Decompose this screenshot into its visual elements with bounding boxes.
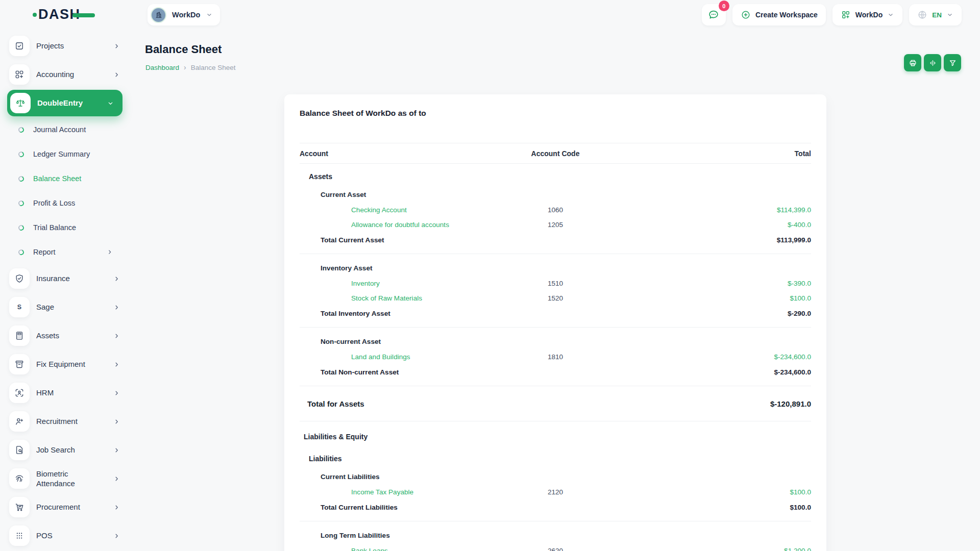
account-name-link[interactable]: Checking Account: [351, 206, 407, 214]
sidebar-item-procurement[interactable]: Procurement: [0, 493, 131, 521]
logo-dash: [72, 13, 95, 17]
job-search-icon: [9, 440, 30, 460]
row-divider: [300, 327, 811, 328]
chevron-right-icon: [113, 418, 120, 425]
subtotal-row-total-current-liabilities: Total Current Liabilities$100.0: [300, 499, 811, 515]
sidebar-item-doubleentry[interactable]: DoubleEntry: [7, 90, 122, 116]
sidebar-item-label: HRM: [36, 388, 94, 398]
plus-circle-icon: [741, 10, 751, 20]
workspace-menu-label: WorkDo: [855, 11, 883, 19]
projects-icon: [14, 41, 24, 51]
subtotal-row-total-inventory-asset: Total Inventory Asset$-290.0: [300, 306, 811, 321]
workspace-name: WorkDo: [172, 11, 200, 19]
row-label: Long Term Liabilities: [321, 532, 390, 539]
toggle-columns-button[interactable]: [924, 54, 941, 71]
account-code-cell: 1205: [504, 221, 606, 229]
total-cell: $113,999.0: [606, 236, 811, 244]
row-divider: [300, 386, 811, 386]
topbar: DASH WorkDo 0 Create Workspace WorkDo EN: [0, 0, 980, 30]
chevron-down-icon: [206, 11, 213, 18]
sidebar-item-sage[interactable]: SSage: [0, 293, 131, 321]
messages-button[interactable]: 0: [702, 4, 726, 26]
print-button[interactable]: [904, 54, 921, 71]
account-code-cell: 1060: [504, 206, 606, 214]
chevron-down-icon: [946, 11, 953, 18]
chevron-down-icon: [887, 11, 894, 18]
row-divider: [300, 521, 811, 521]
chevron-right-icon: [113, 446, 120, 454]
create-workspace-button[interactable]: Create Workspace: [732, 4, 826, 26]
sidebar-item-label: Insurance: [36, 273, 94, 284]
chevron-right-icon: [113, 532, 120, 540]
workspace-selector[interactable]: WorkDo: [148, 4, 220, 26]
sidebar-item-recruitment[interactable]: Recruitment: [0, 407, 131, 436]
chevron-right-icon: [113, 532, 120, 540]
sidebar-item-projects[interactable]: Projects: [0, 32, 131, 60]
sidebar-item-hrm[interactable]: HRM: [0, 379, 131, 407]
row-label: Total Non-current Asset: [321, 368, 399, 376]
submenu-item-profit-loss[interactable]: Profit & Loss: [0, 191, 131, 215]
account-name-link[interactable]: Income Tax Payable: [351, 488, 413, 496]
column-header-account-code: Account Code: [504, 149, 606, 158]
sidebar-item-label: Fix Equipment: [36, 359, 94, 369]
sidebar-item-label: Procurement: [36, 502, 94, 512]
insurance-icon: [14, 273, 24, 284]
chevron-right-icon: [113, 361, 120, 368]
account-name-link[interactable]: Bank Loans: [351, 547, 388, 551]
submenu-item-label: Trial Balance: [33, 223, 76, 232]
column-header-total: Total: [606, 149, 811, 158]
submenu-item-trial-balance[interactable]: Trial Balance: [0, 215, 131, 240]
sidebar-item-job-search[interactable]: Job Search: [0, 436, 131, 464]
hrm-icon: [9, 383, 30, 403]
workspace-menu-button[interactable]: WorkDo: [832, 4, 902, 26]
account-name-link[interactable]: Allowance for doubtful accounts: [351, 221, 449, 229]
filter-button[interactable]: [944, 54, 961, 71]
sidebar-item-biometric-attendance[interactable]: Biometric Attendance: [0, 464, 131, 493]
language-selector[interactable]: EN: [909, 4, 962, 26]
account-name-link[interactable]: Land and Buildings: [351, 353, 410, 361]
procurement-icon: [14, 502, 24, 512]
subsection-row-current-liabilities: Current Liabilities: [300, 468, 811, 485]
chevron-right-icon: [113, 504, 120, 511]
grid-plus-icon: [841, 10, 851, 20]
chevron-right-icon: [113, 446, 120, 454]
assets-icon: [9, 325, 30, 346]
submenu-item-ledger-summary[interactable]: Ledger Summary: [0, 142, 131, 166]
chevron-down-icon: [946, 11, 953, 18]
pos-icon: [9, 525, 30, 546]
sidebar-item-accounting[interactable]: Accounting: [0, 60, 131, 89]
chevron-down-icon: [206, 11, 213, 18]
recruitment-icon: [9, 411, 30, 432]
sidebar-item-fix-equipment[interactable]: Fix Equipment: [0, 350, 131, 379]
account-name-link[interactable]: Stock of Raw Materials: [351, 294, 422, 302]
main-content: Balance Sheet Dashboard › Balance Sheet …: [131, 30, 980, 551]
printer-icon: [909, 59, 917, 67]
total-cell: $-234,600.0: [606, 353, 811, 361]
submenu-item-balance-sheet[interactable]: Balance Sheet: [0, 166, 131, 191]
procurement-icon: [9, 497, 30, 517]
accounting-icon: [14, 69, 24, 80]
breadcrumb-dashboard-link[interactable]: Dashboard: [145, 64, 179, 71]
chevron-right-icon: [106, 248, 113, 256]
hrm-icon: [14, 388, 24, 398]
chevron-right-icon: [106, 248, 113, 256]
row-label: Total Inventory Asset: [321, 310, 390, 317]
chevron-right-icon: [113, 475, 120, 483]
job-search-icon: [14, 445, 24, 455]
sidebar-item-assets[interactable]: Assets: [0, 321, 131, 350]
chevron-right-icon: [113, 42, 120, 50]
submenu-item-report[interactable]: Report: [0, 240, 131, 264]
sidebar-item-label: Biometric Attendance: [36, 469, 94, 489]
account-name-link[interactable]: Inventory: [351, 280, 380, 287]
chevron-right-icon: [113, 42, 120, 50]
sidebar-nav: ProjectsAccountingDoubleEntryJournal Acc…: [0, 30, 131, 551]
section-row-liabilities: Liabilities: [300, 450, 811, 467]
sidebar-item-insurance[interactable]: Insurance: [0, 264, 131, 293]
total-cell: $-120,891.0: [606, 399, 811, 408]
sidebar-item-pos[interactable]: POS: [0, 521, 131, 550]
section-row-assets: Assets: [300, 168, 811, 185]
submenu-item-journal-account[interactable]: Journal Account: [0, 117, 131, 142]
balance-sheet-card: Balance Sheet of WorkDo as of to Account…: [284, 94, 826, 551]
account-row-land-and-buildings: Land and Buildings1810$-234,600.0: [300, 349, 811, 364]
submenu-item-label: Journal Account: [33, 126, 86, 134]
